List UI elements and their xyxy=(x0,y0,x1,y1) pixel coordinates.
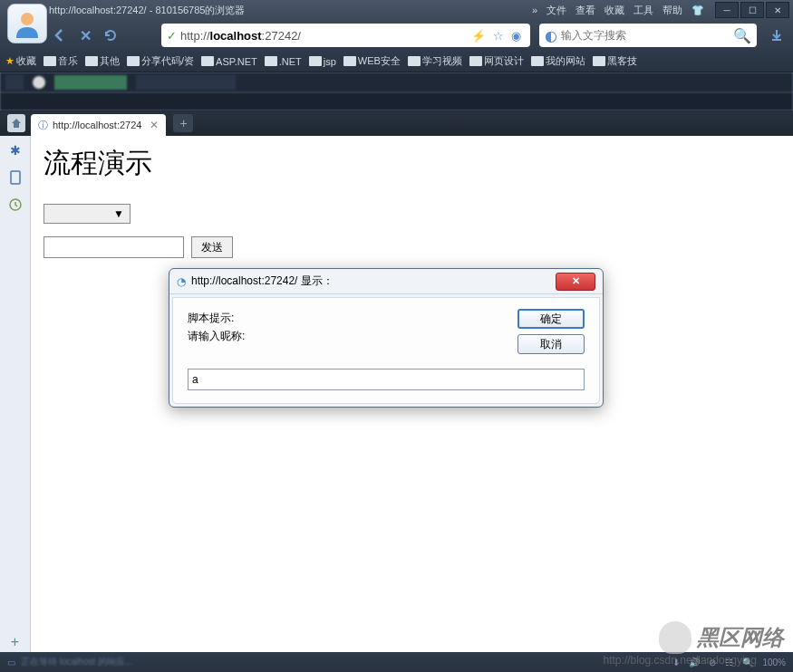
search-box[interactable]: ◐ 🔍 xyxy=(539,24,757,47)
skin-icon[interactable]: 👕 xyxy=(691,5,704,16)
bookmark-item[interactable]: 网页设计 xyxy=(469,54,524,68)
bookmark-item[interactable]: jsp xyxy=(309,56,336,67)
bookmark-item[interactable]: 音乐 xyxy=(44,54,78,68)
status-text: 正在等待 localhost 的响应... xyxy=(21,656,132,668)
new-tab-button[interactable]: + xyxy=(173,114,193,132)
js-prompt-dialog: ◔ http://localhost:27242/ 显示： ✕ 脚本提示: 请输… xyxy=(169,268,604,408)
status-zoom-out-icon[interactable]: 🔍 xyxy=(742,658,753,667)
maximize-button[interactable]: ☐ xyxy=(740,2,764,18)
avatar[interactable] xyxy=(7,4,47,43)
background-ide-strip2 xyxy=(0,92,793,110)
menu-file[interactable]: 文件 xyxy=(546,4,566,17)
compass-icon[interactable]: ◉ xyxy=(511,29,521,43)
status-icon: ▭ xyxy=(7,658,15,667)
tab-strip: ⓘ http://localhost:2724 ✕ + xyxy=(0,110,793,136)
star-icon[interactable]: ☆ xyxy=(493,29,504,43)
menu-help[interactable]: 帮助 xyxy=(662,4,682,17)
bookmark-fav[interactable]: ★收藏 xyxy=(5,54,36,68)
dialog-cancel-button[interactable]: 取消 xyxy=(517,334,585,354)
tab-close-icon[interactable]: ✕ xyxy=(150,119,159,131)
send-button[interactable]: 发送 xyxy=(191,236,233,258)
search-icon[interactable]: 🔍 xyxy=(733,27,751,44)
lightning-icon[interactable]: ⚡ xyxy=(471,29,486,43)
minimize-button[interactable]: ─ xyxy=(715,2,739,18)
download-icon[interactable] xyxy=(769,28,784,43)
sidebar: ✱ + xyxy=(0,136,31,658)
tab-label: http://localhost:2724 xyxy=(53,120,141,130)
back-button[interactable] xyxy=(49,24,71,46)
url-text: http://localhost:27242/ xyxy=(180,29,468,43)
tab-favicon: ⓘ xyxy=(38,119,48,132)
window-controls: ─ ☐ ✕ xyxy=(713,2,789,18)
bookmark-item[interactable]: 其他 xyxy=(85,54,120,68)
message-input[interactable] xyxy=(44,236,184,258)
status-block-icon[interactable]: ⊘ xyxy=(709,658,716,667)
menu-arrow[interactable]: » xyxy=(532,5,537,15)
shield-icon: ✓ xyxy=(167,29,177,43)
svg-rect-1 xyxy=(11,171,20,184)
bookmark-item[interactable]: ASP.NET xyxy=(201,56,257,67)
bookmark-item[interactable]: 我的网站 xyxy=(531,54,585,68)
dialog-body: 脚本提示: 请输入昵称: 确定 取消 xyxy=(172,297,600,404)
status-sound-icon[interactable]: 🔊 xyxy=(689,658,700,667)
status-split-icon[interactable]: ☷ xyxy=(725,658,733,667)
menu-view[interactable]: 查看 xyxy=(575,4,595,17)
bookmark-item[interactable]: 黑客技 xyxy=(593,54,637,68)
background-ide-strip xyxy=(0,72,793,92)
menu-favorites[interactable]: 收藏 xyxy=(604,4,624,17)
status-download-icon[interactable]: ⬇ xyxy=(672,658,680,667)
dialog-close-button[interactable]: ✕ xyxy=(556,273,595,291)
bookmark-bar: ★收藏 音乐 其他 分享代码/资 ASP.NET .NET jsp WEB安全 … xyxy=(0,51,793,72)
page-title: 流程演示 xyxy=(44,145,780,182)
dialog-title-text: http://localhost:27242/ 显示： xyxy=(191,274,334,289)
sidebar-add-icon[interactable]: + xyxy=(11,634,19,650)
sidebar-star-icon[interactable]: ✱ xyxy=(8,143,23,158)
svg-point-0 xyxy=(21,13,34,25)
close-window-button[interactable]: ✕ xyxy=(766,2,789,18)
dialog-ok-button[interactable]: 确定 xyxy=(517,309,585,329)
dropdown-select[interactable]: ▼ xyxy=(44,204,131,224)
menu-tools[interactable]: 工具 xyxy=(633,4,653,17)
search-input[interactable] xyxy=(561,29,733,42)
window-title: http://localhost:27242/ - 810156785的浏览器 xyxy=(49,4,532,17)
dialog-message: 脚本提示: 请输入昵称: xyxy=(188,309,517,354)
status-bar: ▭ 正在等待 localhost 的响应... ⬇ 🔊 ⊘ ☷ 🔍 100% xyxy=(0,652,793,672)
tab-active[interactable]: ⓘ http://localhost:2724 ✕ xyxy=(31,114,166,136)
reload-button[interactable] xyxy=(100,24,121,46)
sidebar-mobile-icon[interactable] xyxy=(8,170,23,185)
dialog-titlebar: ◔ http://localhost:27242/ 显示： ✕ xyxy=(169,269,603,294)
dialog-prompt-input[interactable] xyxy=(188,369,585,390)
bookmark-item[interactable]: WEB安全 xyxy=(343,54,401,68)
dialog-favicon: ◔ xyxy=(177,275,186,288)
titlebar: http://localhost:27242/ - 810156785的浏览器 … xyxy=(0,0,793,20)
nav-toolbar: ✕ ✓ http://localhost:27242/ ⚡ ☆ ◉ ◐ 🔍 xyxy=(0,20,793,51)
search-engine-icon[interactable]: ◐ xyxy=(545,27,557,44)
bookmark-item[interactable]: 分享代码/资 xyxy=(127,54,194,68)
status-zoom-value: 100% xyxy=(762,658,786,667)
bookmark-item[interactable]: .NET xyxy=(265,56,302,67)
home-button[interactable] xyxy=(7,114,25,132)
main-menu: » 文件 查看 收藏 工具 帮助 👕 xyxy=(532,4,704,17)
address-bar[interactable]: ✓ http://localhost:27242/ ⚡ ☆ ◉ xyxy=(161,24,530,47)
bookmark-item[interactable]: 学习视频 xyxy=(408,54,462,68)
stop-button[interactable]: ✕ xyxy=(74,24,96,46)
sidebar-history-icon[interactable] xyxy=(8,197,23,212)
